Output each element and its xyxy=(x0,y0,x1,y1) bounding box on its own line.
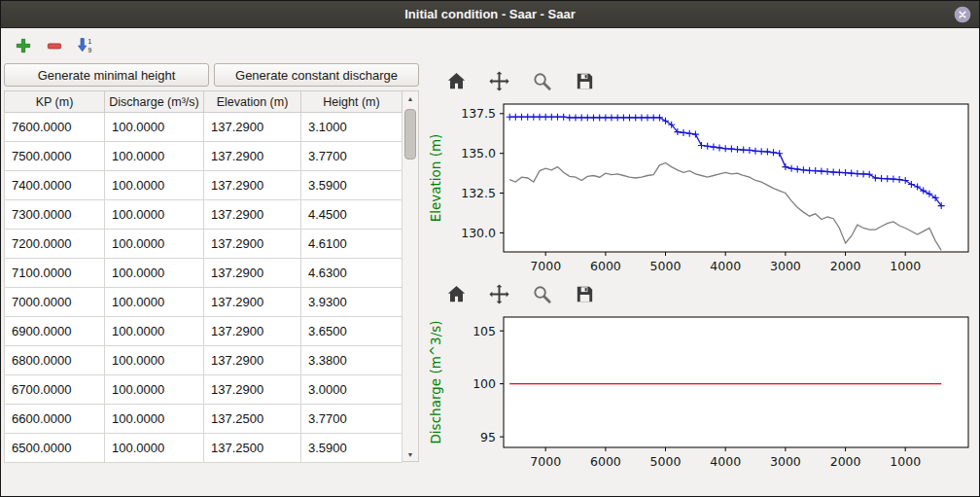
close-button[interactable] xyxy=(953,5,972,24)
svg-text:5000: 5000 xyxy=(650,259,682,273)
svg-text:1000: 1000 xyxy=(890,454,921,469)
table-cell[interactable]: 137.2900 xyxy=(204,375,301,405)
sort-button[interactable]: 1 9 xyxy=(73,33,98,58)
scrollbar-down-arrow[interactable]: ▼ xyxy=(402,447,418,461)
app-window: Initial condition - Saar - Saar 1 9 xyxy=(0,0,980,497)
table-row: 7000.0000100.0000137.29003.9300 xyxy=(5,288,402,317)
svg-text:130.0: 130.0 xyxy=(461,226,496,240)
table-cell[interactable]: 100.0000 xyxy=(105,171,204,200)
svg-text:6000: 6000 xyxy=(590,259,621,273)
table-cell[interactable]: 4.4500 xyxy=(301,200,402,230)
table-cell[interactable]: 137.2900 xyxy=(204,317,301,346)
elevation-save-button[interactable] xyxy=(572,69,597,94)
table-cell[interactable]: 3.7700 xyxy=(301,142,402,171)
elevation-pan-button[interactable] xyxy=(486,69,511,94)
save-icon xyxy=(574,70,596,92)
generate-minimal-height-button[interactable]: Generate minimal height xyxy=(4,63,209,87)
table-cell[interactable]: 137.2500 xyxy=(204,405,301,434)
table-row: 6600.0000100.0000137.25003.7700 xyxy=(5,405,402,434)
sort-icon: 1 9 xyxy=(76,36,95,55)
table-cell[interactable]: 3.5900 xyxy=(301,434,402,463)
table-cell[interactable]: 7200.0000 xyxy=(5,230,105,259)
column-header-kp[interactable]: KP (m) xyxy=(5,91,105,113)
svg-text:7000: 7000 xyxy=(530,259,561,273)
table-cell[interactable]: 137.2900 xyxy=(204,288,301,317)
column-header-discharge[interactable]: Discharge (m³/s) xyxy=(105,91,204,113)
elevation-home-button[interactable] xyxy=(443,69,469,94)
zoom-icon xyxy=(531,283,553,305)
table-cell[interactable]: 137.2900 xyxy=(204,259,301,288)
table-cell[interactable]: 3.3800 xyxy=(301,346,402,375)
column-header-elevation[interactable]: Elevation (m) xyxy=(204,91,301,113)
table-cell[interactable]: 7400.0000 xyxy=(5,171,105,200)
add-row-button[interactable] xyxy=(11,33,36,58)
table-cell[interactable]: 100.0000 xyxy=(105,405,204,434)
table-cell[interactable]: 3.1000 xyxy=(301,113,402,142)
remove-icon xyxy=(45,36,64,55)
table-cell[interactable]: 3.7700 xyxy=(301,405,402,434)
table-cell[interactable]: 100.0000 xyxy=(105,434,204,463)
table-cell[interactable]: 7600.0000 xyxy=(5,113,105,142)
table-cell[interactable]: 4.6100 xyxy=(301,230,402,259)
discharge-save-button[interactable] xyxy=(572,282,597,307)
svg-text:4000: 4000 xyxy=(710,454,741,469)
table-cell[interactable]: 3.5900 xyxy=(301,171,402,200)
table-cell[interactable]: 6800.0000 xyxy=(5,346,105,375)
table-cell[interactable]: 6500.0000 xyxy=(5,434,105,463)
table-cell[interactable]: 7300.0000 xyxy=(5,200,105,230)
table-cell[interactable]: 100.0000 xyxy=(105,375,204,405)
table-cell[interactable]: 3.0000 xyxy=(301,375,402,405)
svg-text:95: 95 xyxy=(480,430,496,444)
table-cell[interactable]: 3.9300 xyxy=(301,288,402,317)
generate-constant-discharge-button[interactable]: Generate constant discharge xyxy=(214,63,419,87)
zoom-icon xyxy=(531,70,553,92)
window-title: Initial condition - Saar - Saar xyxy=(404,7,576,21)
discharge-chart: 700060005000400030002000100095100105Disc… xyxy=(426,310,976,474)
table-header-row: KP (m) Discharge (m³/s) Elevation (m) He… xyxy=(5,91,402,113)
main-toolbar: 1 9 xyxy=(1,28,979,63)
titlebar[interactable]: Initial condition - Saar - Saar xyxy=(1,1,979,28)
table-cell[interactable]: 6600.0000 xyxy=(5,405,105,434)
table-cell[interactable]: 6700.0000 xyxy=(5,375,105,405)
table-cell[interactable]: 3.6500 xyxy=(301,317,402,346)
table-cell[interactable]: 100.0000 xyxy=(105,142,204,171)
table-cell[interactable]: 137.2500 xyxy=(204,434,301,463)
table-cell[interactable]: 100.0000 xyxy=(105,113,204,142)
table-cell[interactable]: 100.0000 xyxy=(105,200,204,230)
table-cell[interactable]: 100.0000 xyxy=(105,230,204,259)
table-cell[interactable]: 7500.0000 xyxy=(5,142,105,171)
table-cell[interactable]: 7100.0000 xyxy=(5,259,105,288)
discharge-home-button[interactable] xyxy=(443,282,469,307)
scrollbar-up-arrow[interactable]: ▲ xyxy=(402,91,418,105)
svg-text:137.5: 137.5 xyxy=(461,106,496,121)
table-row: 7500.0000100.0000137.29003.7700 xyxy=(5,142,402,171)
svg-text:132.5: 132.5 xyxy=(461,186,496,200)
table-cell[interactable]: 137.2900 xyxy=(204,346,301,375)
table-cell[interactable]: 7000.0000 xyxy=(5,288,105,317)
table-cell[interactable]: 100.0000 xyxy=(105,259,204,288)
scrollbar-track[interactable] xyxy=(402,105,418,447)
table-cell[interactable]: 100.0000 xyxy=(105,346,204,375)
table-scrollbar[interactable]: ▲ ▼ xyxy=(402,90,419,462)
table-cell[interactable]: 137.2900 xyxy=(204,142,301,171)
svg-text:2000: 2000 xyxy=(830,454,861,469)
remove-row-button[interactable] xyxy=(42,33,67,58)
home-icon xyxy=(445,70,468,92)
table-cell[interactable]: 137.2900 xyxy=(204,113,301,142)
column-header-height[interactable]: Height (m) xyxy=(301,91,402,113)
table-cell[interactable]: 137.2900 xyxy=(204,171,301,200)
table-body: 7600.0000100.0000137.29003.10007500.0000… xyxy=(5,113,402,463)
scrollbar-thumb[interactable] xyxy=(404,109,416,160)
table-cell[interactable]: 137.2900 xyxy=(204,200,301,230)
elevation-zoom-button[interactable] xyxy=(529,69,554,94)
table-row: 6500.0000100.0000137.25003.5900 xyxy=(5,434,402,463)
table-cell[interactable]: 6900.0000 xyxy=(5,317,105,346)
table-cell[interactable]: 137.2900 xyxy=(204,230,301,259)
table-cell[interactable]: 4.6300 xyxy=(301,259,402,288)
table-cell[interactable]: 100.0000 xyxy=(105,317,204,346)
discharge-zoom-button[interactable] xyxy=(529,282,554,307)
table-cell[interactable]: 100.0000 xyxy=(105,288,204,317)
add-icon xyxy=(14,36,33,55)
discharge-pan-button[interactable] xyxy=(486,282,511,307)
save-icon xyxy=(574,283,596,305)
